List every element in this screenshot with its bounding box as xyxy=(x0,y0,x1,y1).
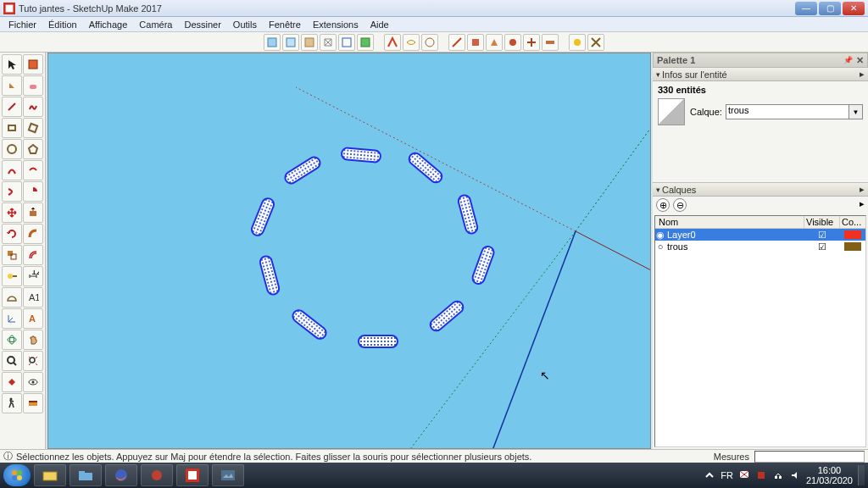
layers-menu-icon[interactable]: ▸ xyxy=(860,198,865,212)
plugin-6-button[interactable] xyxy=(486,34,503,51)
section-tool[interactable] xyxy=(23,393,43,413)
tray-up-icon[interactable] xyxy=(704,469,715,481)
freehand-tool[interactable] xyxy=(23,97,43,117)
3pt-arc-tool[interactable] xyxy=(2,181,22,202)
plugin-1-button[interactable] xyxy=(384,34,401,51)
add-layer-button[interactable]: ⊕ xyxy=(656,198,670,212)
protractor-tool[interactable] xyxy=(2,287,22,308)
layer-row[interactable]: ◉Layer0☑ xyxy=(655,229,865,241)
lang-indicator[interactable]: FR xyxy=(721,470,733,480)
layer-select[interactable]: trous xyxy=(726,104,849,119)
followme-tool[interactable] xyxy=(23,224,43,244)
zoom-tool[interactable] xyxy=(2,351,22,371)
layer-visible-checkbox[interactable]: ☑ xyxy=(804,230,840,241)
show-desktop-button[interactable] xyxy=(858,465,865,485)
col-visible[interactable]: Visible xyxy=(804,216,840,228)
offset-tool[interactable] xyxy=(23,245,43,265)
settings-button[interactable] xyxy=(587,34,604,51)
minimize-button[interactable]: — xyxy=(795,2,817,15)
eraser-tool[interactable] xyxy=(23,75,43,96)
layer-name[interactable]: Layer0 xyxy=(665,230,804,240)
layer-row[interactable]: ○trous☑ xyxy=(655,241,865,252)
layer-name[interactable]: trous xyxy=(665,241,804,252)
maximize-button[interactable]: ▢ xyxy=(819,2,841,15)
entity-info-header[interactable]: Infos sur l'entité▸ xyxy=(653,68,868,81)
sun-button[interactable] xyxy=(569,34,586,51)
col-color[interactable]: Co... xyxy=(840,216,865,228)
plugin-4-button[interactable] xyxy=(448,34,465,51)
close-button[interactable]: ✕ xyxy=(843,2,865,15)
menu-fichier[interactable]: Fichier xyxy=(3,19,42,30)
menu-dessiner[interactable]: Dessiner xyxy=(179,19,225,30)
tape-tool[interactable] xyxy=(2,266,22,286)
layers-header[interactable]: Calques▸ xyxy=(653,183,868,197)
menu-outils[interactable]: Outils xyxy=(228,19,262,30)
flag-icon[interactable] xyxy=(738,469,750,481)
plugin-7-button[interactable] xyxy=(504,34,521,51)
start-button[interactable] xyxy=(3,464,31,486)
chevron-down-icon[interactable]: ▼ xyxy=(849,104,863,119)
axes-tool[interactable] xyxy=(2,308,22,329)
menu-icon[interactable]: ▸ xyxy=(860,69,865,80)
3dtext-tool[interactable]: A xyxy=(23,308,43,329)
task-firefox[interactable] xyxy=(105,464,137,486)
plugin-8-button[interactable] xyxy=(523,34,540,51)
layer-color-swatch[interactable] xyxy=(840,242,865,251)
plugin-2-button[interactable] xyxy=(403,34,420,51)
rotated-rect-tool[interactable] xyxy=(23,118,43,138)
measures-input[interactable] xyxy=(754,451,865,463)
text-tool[interactable]: A1 xyxy=(23,287,43,308)
menu-affichage[interactable]: Affichage xyxy=(84,19,133,30)
2pt-arc-tool[interactable] xyxy=(23,160,43,180)
layer-active-radio[interactable]: ○ xyxy=(655,241,665,252)
panel-close-icon[interactable]: ✕ xyxy=(856,55,864,66)
zoom-extents-tool[interactable] xyxy=(23,351,43,371)
scale-tool[interactable] xyxy=(2,245,22,265)
task-explorer[interactable] xyxy=(34,464,66,486)
task-image[interactable] xyxy=(212,464,244,486)
shape-capsule[interactable] xyxy=(358,335,398,348)
monochrome-button[interactable] xyxy=(357,34,374,51)
plugin-9-button[interactable] xyxy=(542,34,559,51)
material-swatch[interactable] xyxy=(658,98,685,125)
volume-icon[interactable] xyxy=(789,469,801,481)
paint-bucket-tool[interactable] xyxy=(2,75,22,96)
layer-color-swatch[interactable] xyxy=(840,230,865,239)
clock[interactable]: 16:00 21/03/2020 xyxy=(806,465,853,485)
walk-tool[interactable] xyxy=(2,393,22,413)
menu-édition[interactable]: Édition xyxy=(43,19,82,30)
menu-icon[interactable]: ▸ xyxy=(860,184,865,195)
shaded-style-2-button[interactable] xyxy=(282,34,299,51)
rotate-tool[interactable] xyxy=(2,224,22,244)
pan-tool[interactable] xyxy=(23,330,43,350)
plugin-5-button[interactable] xyxy=(467,34,484,51)
shaded-style-3-button[interactable] xyxy=(301,34,318,51)
move-tool[interactable] xyxy=(2,202,22,223)
pushpull-tool[interactable] xyxy=(23,202,43,223)
shaded-style-1-button[interactable] xyxy=(264,34,281,51)
line-tool[interactable] xyxy=(2,97,22,117)
layer-active-radio[interactable]: ◉ xyxy=(655,230,665,241)
position-camera-tool[interactable] xyxy=(2,372,22,392)
select-tool[interactable] xyxy=(2,54,22,75)
palette-header[interactable]: Palette 1 📌 ✕ xyxy=(653,53,868,68)
pin-icon[interactable]: 📌 xyxy=(843,56,853,64)
circle-tool[interactable] xyxy=(2,139,22,159)
wireframe-button[interactable] xyxy=(320,34,337,51)
menu-fenêtre[interactable]: Fenêtre xyxy=(264,19,306,30)
arc-tool[interactable] xyxy=(2,160,22,180)
menu-aide[interactable]: Aide xyxy=(365,19,394,30)
look-around-tool[interactable] xyxy=(23,372,43,392)
menu-extensions[interactable]: Extensions xyxy=(308,19,364,30)
orbit-tool[interactable] xyxy=(2,330,22,350)
make-component-tool[interactable] xyxy=(23,54,43,75)
hidden-line-button[interactable] xyxy=(338,34,355,51)
network-icon[interactable] xyxy=(772,469,784,481)
polygon-tool[interactable] xyxy=(23,139,43,159)
remove-layer-button[interactable]: ⊖ xyxy=(673,198,687,212)
task-folder[interactable] xyxy=(70,464,102,486)
menu-caméra[interactable]: Caméra xyxy=(134,19,177,30)
task-other[interactable] xyxy=(141,464,173,486)
rectangle-tool[interactable] xyxy=(2,118,22,138)
task-sketchup[interactable] xyxy=(176,464,209,486)
